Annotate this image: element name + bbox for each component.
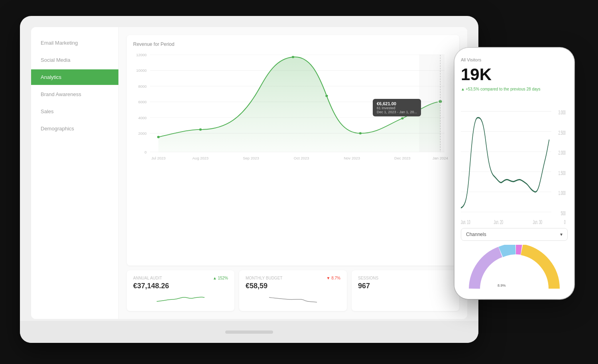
svg-text:Jan 2024: Jan 2024: [433, 156, 448, 160]
svg-rect-22: [419, 55, 445, 152]
chart-card: Revenue for Period €6,621.00 61 Invested…: [127, 35, 459, 266]
phone: All Visitors 19K ▲ +53,5% compared to th…: [454, 48, 574, 299]
stat-card-3: SESSIONS 967: [352, 270, 459, 311]
svg-text:Jun. 30: Jun. 30: [533, 219, 542, 224]
svg-text:2000: 2000: [138, 132, 147, 135]
stat-mini-chart-1: [133, 293, 228, 305]
stat-mini-chart-2: [246, 293, 340, 305]
sidebar-item-brand-awareness[interactable]: Brand Awareness: [31, 87, 118, 102]
svg-text:10000: 10000: [136, 69, 146, 73]
svg-text:1.500: 1.500: [559, 170, 566, 176]
svg-point-18: [359, 132, 362, 134]
laptop-notch: [225, 331, 273, 334]
phone-visitor-count: 19K: [461, 66, 568, 83]
chart-tooltip: €6,621.00 61 Invested Dec 1, 2023 - Jan …: [373, 99, 421, 116]
sidebar-item-demographics[interactable]: Demographics: [31, 121, 118, 136]
stat-label-2: MONTHLY BUDGET: [246, 276, 282, 280]
svg-text:Dec 2023: Dec 2023: [394, 156, 411, 160]
stat-value-2: €58,59: [246, 282, 340, 290]
svg-text:1.000: 1.000: [559, 190, 566, 196]
svg-point-15: [199, 128, 202, 131]
laptop-screen: Email Marketing Social Media Analytics B…: [31, 27, 467, 319]
svg-text:Oct 2023: Oct 2023: [294, 156, 309, 160]
svg-text:Aug 2023: Aug 2023: [193, 156, 209, 160]
arrow-up-icon: ▲: [461, 87, 465, 91]
phone-donut-chart: 8.9%: [461, 245, 568, 293]
stat-badge-1: ▲ 152%: [213, 276, 228, 280]
sidebar: Email Marketing Social Media Analytics B…: [31, 27, 119, 319]
svg-text:Jun. 10: Jun. 10: [461, 219, 470, 224]
stat-value-3: 967: [358, 282, 453, 290]
svg-text:2.500: 2.500: [559, 130, 566, 136]
svg-point-16: [292, 56, 294, 58]
stat-label-3: SESSIONS: [358, 276, 378, 280]
phone-all-visitors-title: All Visitors: [461, 57, 568, 62]
tooltip-value: €6,621.00: [377, 101, 417, 106]
svg-text:0: 0: [564, 219, 566, 224]
tooltip-date: Dec 1, 2023 - Jan 1, 20...: [377, 110, 417, 114]
phone-screen: All Visitors 19K ▲ +53,5% compared to th…: [454, 48, 574, 299]
chevron-down-icon: ▾: [560, 232, 563, 237]
tooltip-label: 61 Invested: [377, 106, 417, 110]
svg-text:Sep 2023: Sep 2023: [243, 156, 259, 160]
svg-point-19: [401, 117, 403, 120]
svg-text:6000: 6000: [138, 100, 147, 104]
phone-line-chart: 3.000 2.500 2.000 1.500 1.000 500 0 Jun.…: [461, 95, 568, 224]
svg-text:Nov 2023: Nov 2023: [344, 156, 360, 160]
stat-value-1: €37,148.26: [133, 282, 228, 290]
sidebar-item-sales[interactable]: Sales: [31, 104, 118, 119]
svg-text:12000: 12000: [136, 53, 146, 57]
svg-text:4000: 4000: [138, 116, 147, 120]
phone-change: ▲ +53,5% compared to the previous 28 day…: [461, 87, 568, 91]
svg-point-14: [157, 136, 159, 138]
sidebar-item-email-marketing[interactable]: Email Marketing: [31, 35, 118, 51]
laptop: Email Marketing Social Media Analytics B…: [20, 16, 478, 343]
svg-text:500: 500: [561, 210, 566, 216]
svg-text:Jun. 20: Jun. 20: [494, 219, 503, 224]
svg-text:0: 0: [144, 150, 146, 154]
channels-dropdown[interactable]: Channels ▾: [461, 228, 568, 241]
chart-container: €6,621.00 61 Invested Dec 1, 2023 - Jan …: [133, 51, 453, 171]
svg-text:Jul 2023: Jul 2023: [151, 156, 165, 160]
laptop-base: [20, 321, 478, 343]
stat-card-1: ANNUAL AUDIT ▲ 152% €37,148.26: [127, 270, 234, 311]
stats-row: ANNUAL AUDIT ▲ 152% €37,148.26 MONTHLY: [127, 270, 459, 311]
chart-title: Revenue for Period: [133, 41, 453, 47]
svg-text:8000: 8000: [138, 85, 147, 88]
channels-label: Channels: [466, 232, 486, 237]
sidebar-item-analytics[interactable]: Analytics: [31, 69, 118, 85]
stat-header-1: ANNUAL AUDIT ▲ 152%: [133, 276, 228, 280]
svg-text:2.000: 2.000: [559, 150, 566, 156]
stat-card-2: MONTHLY BUDGET ▼ 8.7% €58,59: [239, 270, 347, 311]
main-content: Revenue for Period €6,621.00 61 Invested…: [119, 27, 467, 319]
stat-header-2: MONTHLY BUDGET ▼ 8.7%: [246, 276, 340, 280]
svg-text:8.9%: 8.9%: [498, 283, 506, 287]
svg-text:3.000: 3.000: [559, 110, 566, 116]
svg-point-17: [325, 95, 328, 97]
stat-header-3: SESSIONS: [358, 276, 453, 280]
scene: Email Marketing Social Media Analytics B…: [0, 0, 598, 364]
sidebar-item-social-media[interactable]: Social Media: [31, 52, 118, 68]
stat-badge-2: ▼ 8.7%: [327, 276, 340, 280]
stat-label-1: ANNUAL AUDIT: [133, 276, 162, 280]
